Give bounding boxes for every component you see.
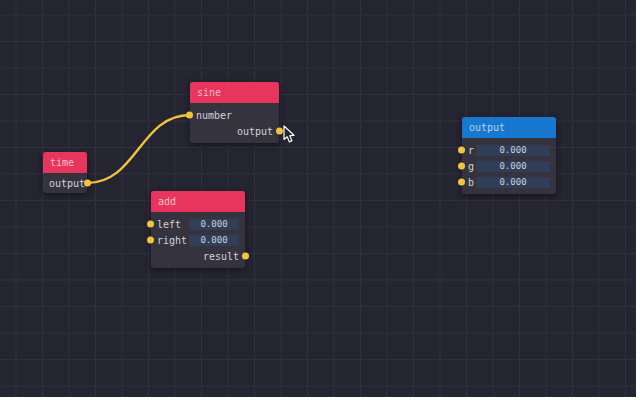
node-time[interactable]: time output <box>43 152 87 193</box>
port-output-g[interactable] <box>458 163 465 170</box>
add-left-label: left <box>157 219 181 230</box>
add-result-label: result <box>203 251 239 262</box>
node-add[interactable]: add left right result <box>151 191 245 268</box>
node-output-header[interactable]: output <box>462 117 556 138</box>
wire-layer <box>0 0 636 397</box>
node-sine-header[interactable]: sine <box>190 82 279 103</box>
wire-time-output-to-sine-number[interactable] <box>87 115 190 183</box>
time-output-row: output <box>43 175 87 191</box>
sine-number-label: number <box>196 110 232 121</box>
output-b-value-input[interactable] <box>476 177 550 188</box>
node-output-body: r g b <box>462 138 556 194</box>
node-time-title: time <box>50 157 74 168</box>
add-right-row: right <box>151 232 245 248</box>
output-b-row: b <box>462 174 556 190</box>
node-sine-title: sine <box>197 87 221 98</box>
output-r-value-input[interactable] <box>476 145 550 156</box>
add-left-row: left <box>151 216 245 232</box>
output-r-label: r <box>468 145 474 156</box>
node-add-header[interactable]: add <box>151 191 245 212</box>
node-time-body: output <box>43 173 87 193</box>
sine-number-row: number <box>190 107 279 123</box>
output-g-value-input[interactable] <box>476 161 550 172</box>
port-sine-number[interactable] <box>186 112 193 119</box>
node-sine[interactable]: sine number output <box>190 82 279 143</box>
port-time-output[interactable] <box>84 180 91 187</box>
node-time-header[interactable]: time <box>43 152 87 173</box>
add-left-value-input[interactable] <box>189 219 239 230</box>
mouse-cursor-icon <box>283 125 297 144</box>
output-g-row: g <box>462 158 556 174</box>
node-editor-canvas[interactable]: time output sine number output add <box>0 0 636 397</box>
output-g-label: g <box>468 161 474 172</box>
port-output-b[interactable] <box>458 179 465 186</box>
port-add-result[interactable] <box>242 253 249 260</box>
port-output-r[interactable] <box>458 147 465 154</box>
time-output-label: output <box>49 178 85 189</box>
add-result-row: result <box>151 248 245 264</box>
port-add-right[interactable] <box>147 237 154 244</box>
output-b-label: b <box>468 177 474 188</box>
port-sine-output[interactable] <box>276 128 283 135</box>
node-add-body: left right result <box>151 212 245 268</box>
node-output[interactable]: output r g b <box>462 117 556 194</box>
add-right-value-input[interactable] <box>189 235 239 246</box>
add-right-label: right <box>157 235 187 246</box>
port-add-left[interactable] <box>147 221 154 228</box>
node-sine-body: number output <box>190 103 279 143</box>
node-add-title: add <box>158 196 176 207</box>
node-output-title: output <box>469 122 505 133</box>
sine-output-row: output <box>190 123 279 139</box>
sine-output-label: output <box>237 126 273 137</box>
output-r-row: r <box>462 142 556 158</box>
